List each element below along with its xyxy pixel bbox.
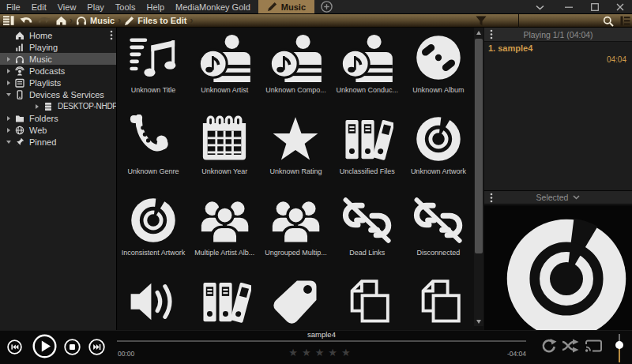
sidebar-item-podcasts[interactable]: Podcasts <box>0 65 116 77</box>
grid-item[interactable]: Disconnected <box>403 190 474 272</box>
close-button[interactable] <box>611 0 629 14</box>
menu-edit[interactable]: Edit <box>26 0 52 13</box>
scrollbar-thumb[interactable] <box>475 39 483 253</box>
next-button[interactable] <box>88 339 105 355</box>
new-tab-button[interactable] <box>321 0 333 13</box>
sidebar-item-music[interactable]: Music <box>0 53 116 65</box>
grid-item[interactable]: Unknown Artwork <box>403 109 474 190</box>
grid-item[interactable]: Inconsistent Artwork <box>118 190 189 272</box>
search-button[interactable] <box>603 14 614 28</box>
window-menu-button[interactable] <box>531 0 548 14</box>
sidebar-item-desktop-admin[interactable]: DESKTOP-NHDPHV8: ADMIN <box>0 100 116 112</box>
grid-item[interactable]: Unknown Rating <box>260 109 331 190</box>
expander-icon[interactable] <box>5 91 12 98</box>
stop-button[interactable] <box>64 339 81 355</box>
menu-file[interactable]: File <box>0 0 26 13</box>
menu-help[interactable]: Help <box>141 0 170 13</box>
grid-item[interactable]: Multiple Artist Alb... <box>189 190 260 272</box>
shuffle-icon <box>562 339 580 353</box>
track-number: 1. <box>488 43 495 53</box>
menu-play[interactable]: Play <box>81 0 109 13</box>
play-button[interactable] <box>32 334 57 358</box>
sidebar-item-devices-services[interactable]: Devices & Services <box>0 88 116 100</box>
expander-icon[interactable] <box>5 67 12 74</box>
scroll-up-button[interactable] <box>474 28 483 37</box>
home-icon <box>14 31 24 40</box>
copies-icon <box>343 275 392 328</box>
forward-button[interactable] <box>38 16 51 25</box>
copies-icon <box>414 275 463 328</box>
person-disc-icon <box>198 31 251 84</box>
grid-item-label: Unknown Genre <box>128 167 179 175</box>
grid-item[interactable]: Ungrouped Multip... <box>260 190 331 272</box>
grid-item[interactable] <box>189 272 260 330</box>
rating-stars[interactable]: ★★★★★ <box>117 347 526 358</box>
sidebar-item-web[interactable]: Web <box>0 124 116 136</box>
filter-button[interactable] <box>476 14 487 28</box>
previous-button[interactable] <box>7 340 22 355</box>
expander-icon[interactable] <box>5 138 12 145</box>
grid-item[interactable] <box>332 272 403 330</box>
cast-button[interactable] <box>585 339 603 353</box>
grid-item[interactable]: Unknown Conduc... <box>332 28 403 109</box>
breadcrumb-files-to-edit[interactable]: Files to Edit <box>124 16 186 26</box>
sidebar: Home Playing Music Podcasts Pla <box>0 28 117 330</box>
seek-bar[interactable] <box>117 340 526 342</box>
minimize-button[interactable] <box>560 0 577 14</box>
sidebar-item-playing[interactable]: Playing <box>0 41 116 53</box>
expander-icon[interactable] <box>33 103 40 110</box>
expander-icon[interactable] <box>5 126 12 133</box>
grid-item-label: Unknown Year <box>201 167 247 175</box>
sidebar-item-pinned[interactable]: Pinned <box>0 136 116 148</box>
next-icon <box>88 339 105 355</box>
track-title: sample4 <box>498 43 532 53</box>
grid-item[interactable]: Unknown Artist <box>189 28 260 109</box>
shuffle-button[interactable] <box>562 339 580 353</box>
maximize-button[interactable] <box>586 0 604 14</box>
media-tree-toggle-button[interactable] <box>3 16 14 25</box>
disc-notch-icon <box>129 193 178 247</box>
grid-item[interactable]: Unknown Year <box>189 109 260 190</box>
tab-music[interactable]: Music <box>258 0 314 13</box>
sidebar-item-home[interactable]: Home <box>0 29 116 41</box>
chevron-down-icon[interactable] <box>573 195 580 200</box>
chevron-down-icon <box>536 5 544 10</box>
kebab-menu-icon[interactable] <box>110 30 113 41</box>
grid-item[interactable]: Dead Links <box>332 190 403 272</box>
breadcrumb-home[interactable] <box>56 16 66 25</box>
expander-icon[interactable] <box>5 79 12 86</box>
vertical-scrollbar[interactable] <box>474 28 483 326</box>
maximize-icon <box>591 3 599 11</box>
grid-item[interactable]: Unknown Title <box>118 28 189 109</box>
sidebar-item-label: Pinned <box>29 137 56 147</box>
sidebar-item-folders[interactable]: Folders <box>0 112 116 124</box>
menu-bar: File Edit View Play Tools Help MediaMonk… <box>0 0 632 14</box>
expander-icon[interactable] <box>5 55 12 62</box>
volume-slider[interactable] <box>615 331 623 364</box>
scroll-down-button[interactable] <box>474 317 483 326</box>
grid-item[interactable]: Unknown Album <box>403 28 474 109</box>
back-button[interactable] <box>20 16 32 25</box>
expander-icon[interactable] <box>5 114 12 122</box>
menu-view[interactable]: View <box>52 0 82 13</box>
sidebar-item-label: Playing <box>29 43 58 52</box>
volume-knob[interactable] <box>615 341 623 349</box>
menu-mediamonkey-gold[interactable]: MediaMonkey Gold <box>170 0 256 13</box>
repeat-button[interactable] <box>540 338 557 354</box>
grid-item[interactable]: Unclassified Files <box>332 109 403 190</box>
grid-item[interactable] <box>118 272 189 330</box>
breadcrumb-music[interactable]: Music <box>76 16 115 25</box>
saxophone-icon <box>129 112 178 166</box>
files-to-edit-grid: Unknown TitleUnknown ArtistUnknown Compo… <box>118 28 474 330</box>
sidebar-item-playlists[interactable]: Playlists <box>0 77 116 88</box>
redo-arrow-icon <box>38 16 51 25</box>
kebab-menu-icon[interactable] <box>484 29 498 39</box>
grid-item[interactable] <box>403 272 474 330</box>
grid-item[interactable] <box>260 272 331 330</box>
track-row[interactable]: 1. sample4 04:04 <box>488 43 628 64</box>
view-options-button[interactable] <box>620 14 630 28</box>
menu-tools[interactable]: Tools <box>110 0 141 13</box>
grid-item[interactable]: Unknown Compo... <box>260 28 331 109</box>
kebab-menu-icon[interactable] <box>484 193 498 203</box>
grid-item[interactable]: Unknown Genre <box>118 109 189 190</box>
